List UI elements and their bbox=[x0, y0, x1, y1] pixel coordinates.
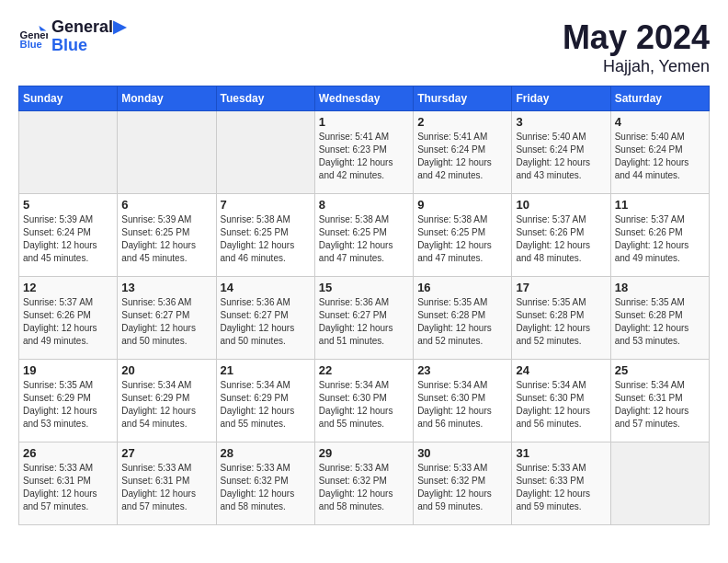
logo-icon: General Blue bbox=[18, 22, 48, 52]
day-number: 22 bbox=[319, 363, 409, 377]
calendar-day-cell bbox=[216, 111, 314, 194]
weekday-header-cell: Saturday bbox=[610, 86, 709, 111]
calendar-day-cell bbox=[610, 442, 709, 525]
calendar-day-cell: 25Sunrise: 5:34 AM Sunset: 6:31 PM Dayli… bbox=[610, 360, 709, 442]
day-number: 28 bbox=[221, 446, 311, 460]
calendar-day-cell: 7Sunrise: 5:38 AM Sunset: 6:25 PM Daylig… bbox=[216, 194, 314, 277]
day-number: 15 bbox=[319, 281, 409, 294]
logo-text: General▶ Blue bbox=[51, 18, 126, 55]
day-number: 1 bbox=[319, 115, 409, 129]
location-subtitle: Hajjah, Yemen bbox=[563, 57, 710, 76]
day-info: Sunrise: 5:35 AM Sunset: 6:28 PM Dayligh… bbox=[417, 296, 507, 348]
calendar-day-cell: 5Sunrise: 5:39 AM Sunset: 6:24 PM Daylig… bbox=[19, 194, 118, 277]
calendar-week-row: 1Sunrise: 5:41 AM Sunset: 6:23 PM Daylig… bbox=[19, 111, 710, 194]
day-number: 20 bbox=[121, 363, 211, 377]
weekday-header-cell: Friday bbox=[512, 86, 610, 111]
calendar-day-cell: 22Sunrise: 5:34 AM Sunset: 6:30 PM Dayli… bbox=[314, 360, 413, 442]
day-number: 12 bbox=[23, 281, 113, 294]
calendar-day-cell: 19Sunrise: 5:35 AM Sunset: 6:29 PM Dayli… bbox=[19, 360, 118, 442]
calendar-day-cell: 14Sunrise: 5:36 AM Sunset: 6:27 PM Dayli… bbox=[216, 277, 314, 360]
day-info: Sunrise: 5:35 AM Sunset: 6:29 PM Dayligh… bbox=[23, 379, 113, 431]
day-number: 31 bbox=[516, 446, 606, 460]
calendar-day-cell bbox=[19, 111, 118, 194]
calendar-day-cell: 12Sunrise: 5:37 AM Sunset: 6:26 PM Dayli… bbox=[19, 277, 118, 360]
day-info: Sunrise: 5:38 AM Sunset: 6:25 PM Dayligh… bbox=[417, 213, 507, 265]
day-info: Sunrise: 5:37 AM Sunset: 6:26 PM Dayligh… bbox=[516, 213, 606, 265]
calendar-body: 1Sunrise: 5:41 AM Sunset: 6:23 PM Daylig… bbox=[19, 111, 710, 525]
day-info: Sunrise: 5:36 AM Sunset: 6:27 PM Dayligh… bbox=[221, 296, 311, 348]
calendar-day-cell: 21Sunrise: 5:34 AM Sunset: 6:29 PM Dayli… bbox=[216, 360, 314, 442]
calendar-day-cell: 10Sunrise: 5:37 AM Sunset: 6:26 PM Dayli… bbox=[512, 194, 610, 277]
day-info: Sunrise: 5:39 AM Sunset: 6:24 PM Dayligh… bbox=[23, 213, 113, 265]
weekday-header-row: SundayMondayTuesdayWednesdayThursdayFrid… bbox=[19, 86, 710, 111]
day-info: Sunrise: 5:36 AM Sunset: 6:27 PM Dayligh… bbox=[319, 296, 409, 348]
day-info: Sunrise: 5:41 AM Sunset: 6:24 PM Dayligh… bbox=[417, 131, 507, 182]
calendar-day-cell bbox=[118, 111, 216, 194]
day-number: 18 bbox=[615, 281, 705, 294]
calendar-day-cell: 27Sunrise: 5:33 AM Sunset: 6:31 PM Dayli… bbox=[118, 442, 216, 525]
weekday-header-cell: Tuesday bbox=[216, 86, 314, 111]
day-info: Sunrise: 5:33 AM Sunset: 6:33 PM Dayligh… bbox=[516, 462, 606, 513]
title-block: May 2024 Hajjah, Yemen bbox=[563, 18, 710, 76]
day-info: Sunrise: 5:34 AM Sunset: 6:29 PM Dayligh… bbox=[221, 379, 311, 431]
day-number: 30 bbox=[417, 446, 507, 460]
calendar-week-row: 5Sunrise: 5:39 AM Sunset: 6:24 PM Daylig… bbox=[19, 194, 710, 277]
day-number: 25 bbox=[615, 363, 705, 377]
day-info: Sunrise: 5:33 AM Sunset: 6:32 PM Dayligh… bbox=[417, 462, 507, 513]
weekday-header-cell: Wednesday bbox=[314, 86, 413, 111]
calendar-week-row: 12Sunrise: 5:37 AM Sunset: 6:26 PM Dayli… bbox=[19, 277, 710, 360]
day-number: 21 bbox=[221, 363, 311, 377]
calendar-day-cell: 8Sunrise: 5:38 AM Sunset: 6:25 PM Daylig… bbox=[314, 194, 413, 277]
day-number: 23 bbox=[417, 363, 507, 377]
day-info: Sunrise: 5:38 AM Sunset: 6:25 PM Dayligh… bbox=[221, 213, 311, 265]
day-number: 19 bbox=[23, 363, 113, 377]
calendar-day-cell: 4Sunrise: 5:40 AM Sunset: 6:24 PM Daylig… bbox=[610, 111, 709, 194]
day-info: Sunrise: 5:39 AM Sunset: 6:25 PM Dayligh… bbox=[121, 213, 211, 265]
day-info: Sunrise: 5:33 AM Sunset: 6:31 PM Dayligh… bbox=[23, 462, 113, 513]
calendar-day-cell: 2Sunrise: 5:41 AM Sunset: 6:24 PM Daylig… bbox=[414, 111, 512, 194]
day-number: 29 bbox=[319, 446, 409, 460]
calendar-day-cell: 28Sunrise: 5:33 AM Sunset: 6:32 PM Dayli… bbox=[216, 442, 314, 525]
day-info: Sunrise: 5:34 AM Sunset: 6:30 PM Dayligh… bbox=[516, 379, 606, 431]
calendar-day-cell: 6Sunrise: 5:39 AM Sunset: 6:25 PM Daylig… bbox=[118, 194, 216, 277]
day-number: 7 bbox=[221, 198, 311, 212]
calendar-day-cell: 11Sunrise: 5:37 AM Sunset: 6:26 PM Dayli… bbox=[610, 194, 709, 277]
calendar-day-cell: 23Sunrise: 5:34 AM Sunset: 6:30 PM Dayli… bbox=[414, 360, 512, 442]
calendar-day-cell: 18Sunrise: 5:35 AM Sunset: 6:28 PM Dayli… bbox=[610, 277, 709, 360]
day-info: Sunrise: 5:38 AM Sunset: 6:25 PM Dayligh… bbox=[319, 213, 409, 265]
calendar-day-cell: 30Sunrise: 5:33 AM Sunset: 6:32 PM Dayli… bbox=[414, 442, 512, 525]
calendar-week-row: 19Sunrise: 5:35 AM Sunset: 6:29 PM Dayli… bbox=[19, 360, 710, 442]
calendar-day-cell: 3Sunrise: 5:40 AM Sunset: 6:24 PM Daylig… bbox=[512, 111, 610, 194]
logo: General Blue General▶ Blue bbox=[18, 18, 126, 55]
calendar-day-cell: 15Sunrise: 5:36 AM Sunset: 6:27 PM Dayli… bbox=[314, 277, 413, 360]
calendar-table: SundayMondayTuesdayWednesdayThursdayFrid… bbox=[18, 86, 710, 525]
calendar-day-cell: 20Sunrise: 5:34 AM Sunset: 6:29 PM Dayli… bbox=[118, 360, 216, 442]
day-number: 17 bbox=[516, 281, 606, 294]
day-number: 14 bbox=[221, 281, 311, 294]
day-info: Sunrise: 5:34 AM Sunset: 6:30 PM Dayligh… bbox=[417, 379, 507, 431]
day-number: 9 bbox=[417, 198, 507, 212]
day-info: Sunrise: 5:34 AM Sunset: 6:29 PM Dayligh… bbox=[121, 379, 211, 431]
calendar-day-cell: 17Sunrise: 5:35 AM Sunset: 6:28 PM Dayli… bbox=[512, 277, 610, 360]
day-info: Sunrise: 5:40 AM Sunset: 6:24 PM Dayligh… bbox=[615, 131, 705, 182]
weekday-header-cell: Thursday bbox=[414, 86, 512, 111]
day-number: 2 bbox=[417, 115, 507, 129]
day-info: Sunrise: 5:36 AM Sunset: 6:27 PM Dayligh… bbox=[121, 296, 211, 348]
day-info: Sunrise: 5:34 AM Sunset: 6:31 PM Dayligh… bbox=[615, 379, 705, 431]
day-number: 6 bbox=[121, 198, 211, 212]
calendar-day-cell: 29Sunrise: 5:33 AM Sunset: 6:32 PM Dayli… bbox=[314, 442, 413, 525]
page-header: General Blue General▶ Blue May 2024 Hajj… bbox=[18, 18, 710, 76]
day-info: Sunrise: 5:33 AM Sunset: 6:32 PM Dayligh… bbox=[319, 462, 409, 513]
calendar-week-row: 26Sunrise: 5:33 AM Sunset: 6:31 PM Dayli… bbox=[19, 442, 710, 525]
day-info: Sunrise: 5:37 AM Sunset: 6:26 PM Dayligh… bbox=[23, 296, 113, 348]
weekday-header-cell: Monday bbox=[118, 86, 216, 111]
day-number: 3 bbox=[516, 115, 606, 129]
day-number: 5 bbox=[23, 198, 113, 212]
svg-text:Blue: Blue bbox=[20, 39, 42, 50]
day-number: 24 bbox=[516, 363, 606, 377]
weekday-header-cell: Sunday bbox=[19, 86, 118, 111]
calendar-day-cell: 26Sunrise: 5:33 AM Sunset: 6:31 PM Dayli… bbox=[19, 442, 118, 525]
day-number: 4 bbox=[615, 115, 705, 129]
day-number: 27 bbox=[121, 446, 211, 460]
calendar-day-cell: 31Sunrise: 5:33 AM Sunset: 6:33 PM Dayli… bbox=[512, 442, 610, 525]
